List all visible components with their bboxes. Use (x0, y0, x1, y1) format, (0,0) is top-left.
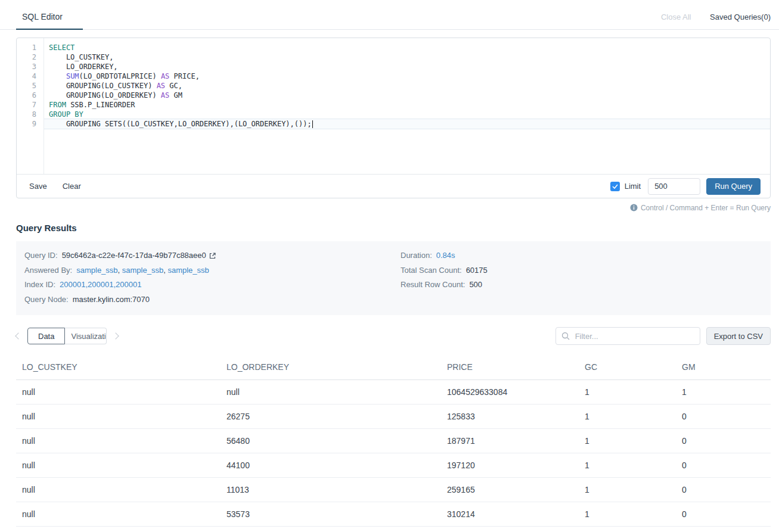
column-header[interactable]: LO_ORDERKEY (221, 354, 441, 380)
line-number: 5 (17, 81, 44, 91)
query-node-label: Query Node: (24, 293, 69, 307)
table-cell: 44100 (221, 453, 441, 478)
line-number: 1 (17, 43, 44, 52)
editor-tabbar: SQL Editor Close All Saved Queries(0) (0, 0, 779, 30)
table-cell: null (16, 453, 221, 478)
duration-value[interactable]: 0.84s (436, 248, 455, 263)
tab-visualization[interactable]: Visualization (65, 328, 107, 344)
code-line[interactable]: FROM SSB.P_LINEORDER (44, 100, 770, 110)
code-token: GROUPING(LO_CUSTKEY) (49, 82, 157, 90)
table-cell: 125833 (441, 405, 579, 429)
code-token: LO_CUSTKEY, (49, 53, 113, 61)
table-cell: 0 (676, 502, 771, 527)
separator: , (118, 266, 122, 275)
shortcut-hint: Control / Command + Enter = Run Query (0, 204, 771, 212)
code-token: GC, (165, 82, 182, 90)
index-id-row: Index ID: 200001,200001,200001 (24, 278, 401, 293)
code-line[interactable]: GROUP BY (44, 110, 770, 119)
answered-by-link[interactable]: sample_ssb (167, 266, 209, 275)
row-count-row: Result Row Count: 500 (401, 278, 488, 293)
table-cell: 53573 (221, 502, 441, 527)
tab-data[interactable]: Data (27, 328, 65, 344)
table-row: null1101325916510 (16, 478, 771, 502)
table-cell: null (16, 429, 221, 453)
text-cursor (312, 120, 313, 128)
chevron-left-icon[interactable] (15, 332, 21, 339)
code-editor[interactable]: 123456789 SELECT LO_CUSTKEY, LO_ORDERKEY… (17, 38, 770, 174)
table-cell: 56480 (221, 429, 441, 453)
sql-editor-card: 123456789 SELECT LO_CUSTKEY, LO_ORDERKEY… (16, 38, 771, 198)
table-body: nullnull106452963308411null2627512583310… (16, 380, 771, 527)
limit-checkbox[interactable] (610, 182, 620, 191)
query-info-left: Query ID: 59c6462a-c22e-f47c-17da-49b77c… (24, 248, 401, 307)
line-number: 9 (17, 119, 44, 129)
save-button[interactable]: Save (29, 182, 47, 191)
column-header[interactable]: GM (676, 354, 771, 380)
code-line[interactable]: GROUPING(LO_CUSTKEY) AS GC, (44, 81, 770, 91)
answered-by-link[interactable]: sample_ssb (76, 266, 117, 275)
code-token: GROUPING SETS((LO_CUSTKEY,LO_ORDERKEY),(… (49, 120, 312, 128)
answered-by-row: Answered By: sample_ssb, sample_ssb, sam… (24, 263, 401, 278)
results-table: LO_CUSTKEYLO_ORDERKEYPRICEGCGM nullnull1… (16, 354, 771, 527)
code-line[interactable]: LO_CUSTKEY, (44, 52, 770, 62)
close-all-button[interactable]: Close All (661, 13, 691, 21)
table-cell: 1 (579, 405, 676, 429)
column-header[interactable]: LO_CUSTKEY (16, 354, 221, 380)
table-header-row: LO_CUSTKEYLO_ORDERKEYPRICEGCGM (16, 354, 771, 380)
saved-queries-button[interactable]: Saved Queries(0) (710, 13, 771, 21)
code-token: GROUPING(LO_ORDERKEY) (49, 91, 161, 99)
line-number: 3 (17, 62, 44, 71)
table-row: nullnull106452963308411 (16, 380, 771, 405)
chevron-right-icon[interactable] (113, 332, 119, 339)
tabbar-actions: Close All Saved Queries(0) (661, 13, 771, 29)
table-row: null4410019712010 (16, 453, 771, 478)
index-id-value[interactable]: 200001,200001,200001 (60, 278, 141, 293)
view-tab-group: Data Visualization (16, 328, 118, 344)
code-token: (LO_ORDTOTALPRICE) (79, 72, 161, 80)
column-header[interactable]: GC (579, 354, 676, 380)
run-query-button[interactable]: Run Query (706, 178, 761, 195)
external-link-icon[interactable] (209, 252, 216, 260)
query-info-panel: Query ID: 59c6462a-c22e-f47c-17da-49b77c… (16, 241, 771, 315)
table-cell: 1 (579, 453, 676, 478)
table-row: null5648018797110 (16, 429, 771, 453)
table-cell: 0 (676, 405, 771, 429)
table-cell: 11013 (221, 478, 441, 502)
table-cell: null (16, 502, 221, 527)
code-line[interactable]: GROUPING(LO_ORDERKEY) AS GM (44, 91, 770, 100)
column-header[interactable]: PRICE (441, 354, 579, 380)
limit-input[interactable] (648, 178, 700, 195)
sql-editor-page: SQL Editor Close All Saved Queries(0) 12… (0, 0, 779, 527)
code-line[interactable]: LO_ORDERKEY, (44, 62, 770, 71)
table-cell: 1064529633084 (441, 380, 579, 405)
code-token: GROUP BY (49, 110, 83, 119)
scan-count-label: Total Scan Count: (401, 263, 462, 278)
query-results-title: Query Results (16, 223, 779, 233)
code-line[interactable]: GROUPING SETS((LO_CUSTKEY,LO_ORDERKEY),(… (44, 119, 770, 129)
table-cell: 259165 (441, 478, 579, 502)
code-token: LO_ORDERKEY, (49, 63, 118, 71)
table-cell: 187971 (441, 429, 579, 453)
table-cell: 1 (579, 502, 676, 527)
code-token (49, 72, 66, 80)
filter-input[interactable] (555, 327, 700, 345)
table-cell: 197120 (441, 453, 579, 478)
export-to-csv-button[interactable]: Export to CSV (706, 327, 771, 345)
scan-count-value: 60175 (466, 263, 488, 278)
table-cell: null (16, 380, 221, 405)
table-cell: 1 (579, 429, 676, 453)
table-cell: null (221, 380, 441, 405)
filter-box (555, 327, 700, 345)
table-cell: null (16, 405, 221, 429)
code-line[interactable]: SUM(LO_ORDTOTALPRICE) AS PRICE, (44, 71, 770, 81)
table-row: null5357331021410 (16, 502, 771, 527)
code-token: AS (161, 91, 169, 99)
code-token: AS (161, 72, 169, 80)
table-cell: 26275 (221, 405, 441, 429)
answered-by-link[interactable]: sample_ssb (122, 266, 163, 275)
shortcut-hint-text: Control / Command + Enter = Run Query (641, 204, 771, 212)
code-line[interactable]: SELECT (44, 43, 770, 52)
clear-button[interactable]: Clear (63, 182, 81, 191)
editor-footer-left: Save Clear (29, 182, 81, 191)
tab-sql-editor[interactable]: SQL Editor (16, 12, 83, 30)
